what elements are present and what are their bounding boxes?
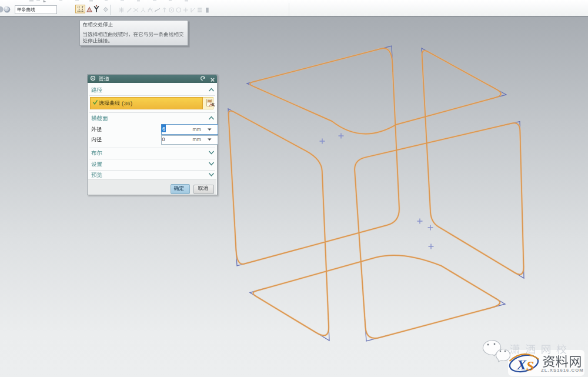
svg-text:0: 0 xyxy=(162,136,165,142)
svg-text:(36): (36) xyxy=(122,101,133,106)
svg-text:mm: mm xyxy=(193,136,201,142)
svg-text:mm: mm xyxy=(193,126,201,132)
svg-text:6: 6 xyxy=(162,126,165,132)
